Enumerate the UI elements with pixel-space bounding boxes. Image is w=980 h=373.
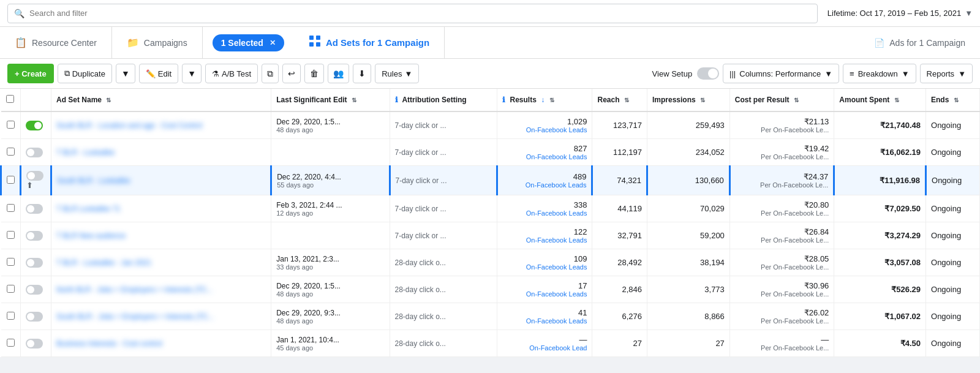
row-toggle-cell[interactable]: [21, 222, 51, 249]
row-adset-name[interactable]: North BLR - Jobs + Employers + Interests…: [51, 276, 271, 303]
th-select-all[interactable]: [1, 89, 21, 111]
view-setup-toggle[interactable]: [697, 67, 719, 80]
row-checkbox-cell[interactable]: [1, 111, 21, 139]
duplicate-button[interactable]: ⧉ Duplicate: [58, 64, 112, 83]
row-adset-name[interactable]: T BLR New audience: [51, 222, 271, 249]
th-amount-spent[interactable]: Amount Spent ⇅: [834, 89, 926, 111]
row-adset-name[interactable]: South BLR - Jobs + Employers + Interests…: [51, 303, 271, 330]
nav-item-resource-center[interactable]: 📋 Resource Center: [0, 27, 112, 58]
columns-button[interactable]: ||| Columns: Performance ▼: [723, 64, 839, 83]
row-checkbox[interactable]: [7, 204, 15, 212]
view-setup: View Setup: [652, 67, 720, 80]
row-checkbox[interactable]: [7, 339, 15, 347]
adset-name-text: T BLR - Lookalike: [56, 148, 115, 157]
results-col-sort-icon: ⇅: [549, 97, 554, 104]
th-toggle: [21, 89, 51, 111]
ab-test-button[interactable]: ⚗ A/B Test: [205, 64, 258, 83]
row-checkbox[interactable]: [7, 285, 15, 293]
search-input[interactable]: [29, 9, 811, 18]
row-toggle[interactable]: [26, 285, 43, 295]
row-toggle[interactable]: [26, 204, 43, 214]
people-button[interactable]: 👥: [328, 64, 349, 83]
row-adset-name[interactable]: Business Interests - Cost control: [51, 330, 271, 357]
row-ends: Ongoing: [926, 303, 980, 330]
row-results: 17On-Facebook Leads: [497, 276, 592, 303]
undo-button[interactable]: ↩: [282, 64, 301, 83]
reports-button[interactable]: Reports ▼: [920, 64, 973, 83]
nav-item-campaigns[interactable]: 📁 Campaigns: [112, 27, 203, 58]
delete-button[interactable]: 🗑: [304, 64, 324, 83]
svg-rect-2: [309, 42, 314, 47]
last-edit-ago: 48 days ago: [276, 290, 384, 298]
row-amount-spent: ₹3,057.08: [834, 249, 926, 276]
row-checkbox[interactable]: [7, 312, 15, 320]
row-adset-name[interactable]: South BLR - Location and age - Cost Cont…: [51, 111, 271, 139]
row-toggle[interactable]: [26, 312, 43, 322]
results-type: On-Facebook Lead: [502, 344, 587, 352]
copy-button[interactable]: ⧉: [262, 64, 279, 83]
th-last-edit[interactable]: Last Significant Edit ⇅: [271, 89, 390, 111]
row-checkbox[interactable]: [7, 258, 15, 266]
row-toggle-cell[interactable]: ⬆: [21, 166, 51, 195]
export-button[interactable]: ⬇: [353, 64, 371, 83]
breakdown-button[interactable]: ≡ Breakdown ▼: [843, 64, 916, 83]
edit-dropdown-button[interactable]: ▼: [182, 64, 202, 83]
th-cost[interactable]: Cost per Result ⇅: [729, 89, 834, 111]
search-box[interactable]: 🔍: [7, 4, 818, 23]
row-checkbox-cell[interactable]: [1, 276, 21, 303]
row-toggle-cell[interactable]: [21, 303, 51, 330]
selected-badge[interactable]: 1 Selected ✕: [213, 34, 284, 51]
row-checkbox-cell[interactable]: [1, 195, 21, 222]
row-toggle[interactable]: [26, 121, 43, 130]
reach-sort-icon: ⇅: [624, 97, 629, 104]
row-checkbox[interactable]: [7, 121, 15, 129]
rules-button[interactable]: Rules ▼: [375, 64, 419, 83]
th-ends[interactable]: Ends ⇅: [926, 89, 980, 111]
row-toggle-cell[interactable]: [21, 111, 51, 139]
row-toggle-knob: [27, 205, 34, 213]
row-toggle[interactable]: [26, 148, 43, 157]
th-impressions[interactable]: Impressions ⇅: [647, 89, 729, 111]
row-cost: ₹26.84Per On-Facebook Le...: [729, 222, 834, 249]
row-toggle[interactable]: [26, 231, 43, 241]
edit-button[interactable]: ✏️ Edit: [139, 64, 178, 83]
row-checkbox-cell[interactable]: [1, 303, 21, 330]
row-adset-name[interactable]: T BLR - Lookalike: [51, 139, 271, 166]
row-toggle-cell[interactable]: [21, 330, 51, 357]
th-reach[interactable]: Reach ⇅: [592, 89, 647, 111]
row-toggle[interactable]: [26, 258, 43, 268]
row-adset-name[interactable]: South BLR - Lookalike: [51, 166, 271, 195]
table-row: South BLR - Location and age - Cost Cont…: [1, 111, 980, 139]
results-type: On-Facebook Leads: [502, 153, 587, 160]
selected-badge-close-icon[interactable]: ✕: [270, 39, 276, 47]
row-toggle[interactable]: [26, 339, 43, 349]
row-amount-spent: ₹1,067.02: [834, 303, 926, 330]
row-adset-name[interactable]: T BLR Lookalike 71: [51, 195, 271, 222]
th-results[interactable]: ℹ Results ↓ ⇅: [497, 89, 592, 111]
last-edit-date: Dec 22, 2020, 4:4...: [277, 173, 383, 181]
row-checkbox-cell[interactable]: [1, 330, 21, 357]
row-checkbox[interactable]: [7, 176, 15, 184]
create-button[interactable]: + Create: [7, 64, 54, 83]
row-checkbox-cell[interactable]: [1, 139, 21, 166]
row-checkbox-cell[interactable]: [1, 166, 21, 195]
row-adset-name[interactable]: T BLR - Lookalike - Jan 2021: [51, 249, 271, 276]
row-checkbox[interactable]: [7, 231, 15, 239]
row-checkbox-cell[interactable]: [1, 249, 21, 276]
upload-icon[interactable]: ⬆: [26, 181, 33, 190]
nav-item-ads[interactable]: 📄 Ads for 1 Campaign: [859, 27, 980, 58]
row-impressions: 259,493: [647, 111, 729, 139]
th-adset-name[interactable]: Ad Set Name ⇅: [51, 89, 271, 111]
row-checkbox-cell[interactable]: [1, 222, 21, 249]
duplicate-dropdown-button[interactable]: ▼: [116, 64, 135, 83]
row-toggle-cell[interactable]: [21, 139, 51, 166]
th-attribution[interactable]: ℹ Attribution Setting: [390, 89, 497, 111]
row-checkbox[interactable]: [7, 148, 15, 156]
row-toggle-cell[interactable]: [21, 276, 51, 303]
nav-item-adsets[interactable]: Ad Sets for 1 Campaign: [294, 27, 445, 58]
date-range[interactable]: Lifetime: Oct 17, 2019 – Feb 15, 2021 ▼: [827, 9, 973, 18]
row-toggle[interactable]: [26, 171, 43, 181]
row-toggle-cell[interactable]: [21, 249, 51, 276]
select-all-checkbox[interactable]: [6, 95, 14, 103]
row-toggle-cell[interactable]: [21, 195, 51, 222]
